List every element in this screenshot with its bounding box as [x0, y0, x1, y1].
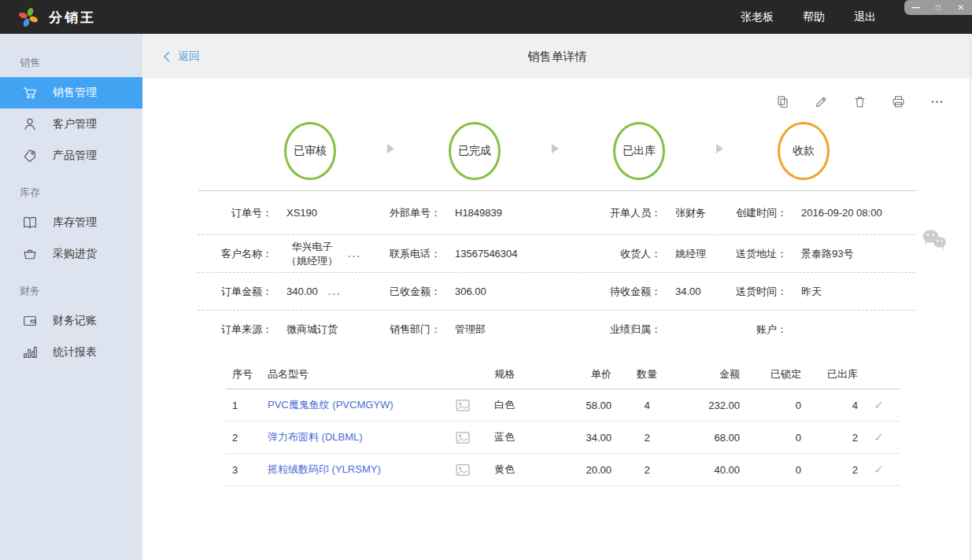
app-title: 分销王: [49, 9, 96, 27]
delete-icon[interactable]: [852, 94, 867, 109]
flow-arrow-icon: [552, 144, 559, 153]
cell-price: 20.00: [560, 464, 612, 476]
tag-icon: [20, 146, 39, 165]
field-label-account: 账户：: [712, 322, 787, 337]
product-image-icon[interactable]: [445, 432, 480, 444]
col-header-name: 品名型号: [261, 367, 445, 381]
field-label-order-no: 订单号：: [198, 206, 272, 220]
wallet-icon: [20, 311, 39, 330]
shipped-check-icon: ✓: [858, 398, 900, 412]
cell-qty: 4: [612, 400, 682, 411]
copy-icon[interactable]: [775, 94, 790, 109]
edit-icon[interactable]: [814, 94, 829, 109]
field-value-delivery-time: 昨天: [801, 285, 822, 299]
shipped-check-icon: ✓: [858, 462, 900, 477]
status-step-audited[interactable]: 已审核: [284, 122, 336, 180]
maximize-button[interactable]: □: [929, 0, 948, 15]
sidebar-item-label: 采购进货: [53, 247, 97, 261]
print-icon[interactable]: [891, 94, 906, 109]
product-image-icon[interactable]: [445, 400, 480, 411]
window-controls: — □ ✕: [904, 0, 972, 15]
cell-out: 2: [801, 432, 858, 444]
sidebar-item-label: 库存管理: [53, 216, 97, 230]
detail-row: 客户名称：华兴电子 （姚经理）... 联系电话：13567546304 收货人：…: [198, 235, 915, 273]
col-header-amount: 金额: [682, 367, 740, 381]
field-label-received-amount: 已收金额：: [362, 285, 441, 299]
table-row: 3 摇粒绒数码印 (YLRSMY) 黄色 20.00 2 40.00 0 2 ✓: [226, 454, 900, 486]
product-name-link[interactable]: 摇粒绒数码印 (YLRSMY): [261, 462, 445, 477]
col-header-seq: 序号: [226, 367, 261, 381]
person-icon: [20, 115, 39, 134]
cell-locked: 0: [740, 432, 801, 444]
sidebar-item-label: 产品管理: [53, 149, 97, 163]
cell-out: 2: [801, 464, 858, 476]
sidebar-item-product-management[interactable]: 产品管理: [0, 140, 142, 171]
sidebar-item-label: 客户管理: [53, 117, 97, 131]
cell-spec: 白色: [480, 398, 560, 412]
detail-row: 订单号：XS190 外部单号：H1849839 开单人员：张财务 创建时间：20…: [198, 191, 915, 235]
back-label: 返回: [178, 50, 200, 64]
customer-more-link[interactable]: ...: [348, 248, 361, 260]
sidebar-item-purchasing[interactable]: 采购进货: [0, 238, 142, 270]
sidebar-item-finance-bookkeeping[interactable]: 财务记账: [0, 305, 142, 337]
page-title: 销售单详情: [142, 34, 972, 79]
status-step-shipped[interactable]: 已出库: [613, 122, 665, 180]
product-name-link[interactable]: PVC魔鬼鱼纹 (PVCMGYW): [261, 398, 445, 412]
page-header: 返回 销售单详情: [142, 34, 972, 79]
scrollbar-track[interactable]: [970, 34, 971, 560]
cell-locked: 0: [740, 464, 801, 476]
product-name-link[interactable]: 弹力布面料 (DLBML): [261, 430, 445, 444]
product-image-icon[interactable]: [445, 464, 480, 476]
cell-amount: 232.00: [682, 400, 740, 411]
field-label-creator: 开单人员：: [575, 206, 661, 220]
cell-spec: 黄色: [480, 462, 560, 477]
field-label-order-source: 订单来源：: [198, 322, 272, 337]
cell-seq: 1: [226, 400, 261, 411]
bar-chart-icon: [20, 343, 39, 362]
cell-price: 34.00: [560, 432, 612, 444]
status-step-collect-payment[interactable]: 收款: [778, 122, 830, 180]
sidebar-section-finance: 财务: [0, 283, 142, 299]
app-logo-icon: [17, 6, 39, 28]
toolbar: [775, 94, 944, 109]
sidebar-item-statistics-reports[interactable]: 统计报表: [0, 337, 142, 368]
cell-qty: 2: [612, 464, 682, 476]
close-button[interactable]: ✕: [952, 0, 970, 15]
cell-locked: 0: [740, 400, 801, 411]
field-label-pending-amount: 待收金额：: [575, 285, 661, 299]
sidebar-item-sales-management[interactable]: 销售管理: [0, 77, 142, 109]
cell-qty: 2: [612, 432, 682, 444]
cell-seq: 2: [226, 432, 261, 444]
shipped-check-icon: ✓: [858, 430, 900, 444]
sidebar: 销售 销售管理 客户管理 产品管理 库存 库存管理: [0, 34, 142, 560]
flow-arrow-icon: [387, 144, 394, 153]
field-label-consignee: 收货人：: [575, 247, 661, 261]
more-icon[interactable]: [929, 94, 944, 109]
sidebar-item-inventory-management[interactable]: 库存管理: [0, 207, 142, 238]
flow-arrow-icon: [716, 144, 723, 153]
col-header-spec: 规格: [480, 367, 560, 381]
wechat-icon[interactable]: [921, 228, 948, 256]
sidebar-section-inventory: 库存: [0, 185, 142, 201]
field-value-pending-amount: 34.00: [675, 285, 701, 299]
table-row: 1 PVC魔鬼鱼纹 (PVCMGYW) 白色 58.00 4 232.00 0 …: [226, 389, 900, 422]
field-value-delivery-address: 景泰路93号: [801, 247, 853, 261]
back-button[interactable]: 返回: [163, 34, 200, 79]
cell-amount: 40.00: [682, 464, 740, 476]
cell-spec: 蓝色: [480, 430, 560, 444]
sidebar-item-label: 财务记账: [53, 314, 97, 328]
user-menu-item[interactable]: 张老板: [741, 10, 774, 24]
minimize-button[interactable]: —: [906, 0, 925, 15]
status-step-completed[interactable]: 已完成: [449, 122, 501, 180]
col-header-out: 已出库: [801, 367, 858, 381]
help-menu-item[interactable]: 帮助: [803, 10, 825, 24]
sidebar-item-customer-management[interactable]: 客户管理: [0, 109, 142, 140]
logout-menu-item[interactable]: 退出: [854, 10, 876, 24]
field-value-customer: 华兴电子 （姚经理）: [286, 240, 338, 267]
amount-more-link[interactable]: ...: [328, 286, 342, 297]
book-icon: [20, 213, 39, 232]
field-value-phone: 13567546304: [455, 247, 518, 261]
field-label-customer: 客户名称：: [198, 247, 272, 261]
field-value-order-amount: 340.00: [286, 285, 318, 299]
col-header-price: 单价: [560, 367, 612, 381]
